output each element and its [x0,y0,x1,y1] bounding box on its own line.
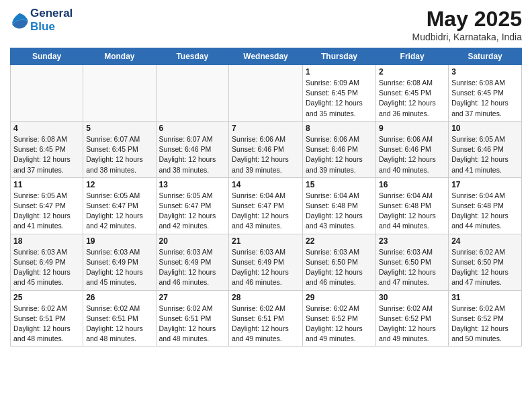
day-number: 14 [232,180,300,189]
table-row: 4Sunrise: 6:08 AM Sunset: 6:45 PM Daylig… [11,121,83,177]
day-info: Sunrise: 6:07 AM Sunset: 6:45 PM Dayligh… [86,134,152,175]
day-info: Sunrise: 6:08 AM Sunset: 6:45 PM Dayligh… [13,134,80,175]
day-info: Sunrise: 6:03 AM Sunset: 6:49 PM Dayligh… [232,247,300,288]
day-number: 11 [13,180,80,189]
day-info: Sunrise: 6:08 AM Sunset: 6:45 PM Dayligh… [379,78,445,119]
day-number: 9 [379,124,445,133]
day-number: 30 [379,293,445,302]
table-row: 8Sunrise: 6:06 AM Sunset: 6:46 PM Daylig… [303,121,376,177]
day-number: 24 [451,236,519,246]
day-number: 18 [13,236,80,246]
day-info: Sunrise: 6:02 AM Sunset: 6:52 PM Dayligh… [306,304,373,345]
day-number: 15 [306,180,373,189]
day-info: Sunrise: 6:04 AM Sunset: 6:48 PM Dayligh… [306,191,373,232]
table-row: 3Sunrise: 6:08 AM Sunset: 6:45 PM Daylig… [449,65,522,122]
table-row: 22Sunrise: 6:03 AM Sunset: 6:50 PM Dayli… [303,234,376,290]
day-number: 8 [306,124,373,133]
table-row: 23Sunrise: 6:03 AM Sunset: 6:50 PM Dayli… [376,234,449,290]
header-row: Sunday Monday Tuesday Wednesday Thursday… [11,48,522,65]
col-wednesday: Wednesday [229,48,303,65]
table-row: 14Sunrise: 6:04 AM Sunset: 6:47 PM Dayli… [229,177,303,234]
day-info: Sunrise: 6:02 AM Sunset: 6:52 PM Dayligh… [379,304,445,345]
day-info: Sunrise: 6:03 AM Sunset: 6:49 PM Dayligh… [159,247,226,288]
day-info: Sunrise: 6:05 AM Sunset: 6:46 PM Dayligh… [451,134,519,175]
day-number: 27 [159,293,226,302]
table-row: 5Sunrise: 6:07 AM Sunset: 6:45 PM Daylig… [83,121,156,177]
col-tuesday: Tuesday [156,48,229,65]
day-number: 4 [13,124,80,133]
day-info: Sunrise: 6:02 AM Sunset: 6:51 PM Dayligh… [13,304,80,345]
day-info: Sunrise: 6:03 AM Sunset: 6:50 PM Dayligh… [306,247,373,288]
day-info: Sunrise: 6:08 AM Sunset: 6:45 PM Dayligh… [451,78,519,119]
table-row: 31Sunrise: 6:02 AM Sunset: 6:52 PM Dayli… [449,290,522,347]
day-number: 28 [232,293,300,302]
table-row: 29Sunrise: 6:02 AM Sunset: 6:52 PM Dayli… [303,290,376,347]
day-info: Sunrise: 6:02 AM Sunset: 6:51 PM Dayligh… [86,304,152,345]
day-info: Sunrise: 6:04 AM Sunset: 6:47 PM Dayligh… [232,191,300,232]
table-row: 20Sunrise: 6:03 AM Sunset: 6:49 PM Dayli… [156,234,229,290]
table-row: 26Sunrise: 6:02 AM Sunset: 6:51 PM Dayli… [83,290,156,347]
table-row: 27Sunrise: 6:02 AM Sunset: 6:51 PM Dayli… [156,290,229,347]
table-row: 12Sunrise: 6:05 AM Sunset: 6:47 PM Dayli… [83,177,156,234]
title-block: May 2025 Mudbidri, Karnataka, India [412,7,522,42]
month-title: May 2025 [412,7,522,32]
day-info: Sunrise: 6:07 AM Sunset: 6:46 PM Dayligh… [159,134,226,175]
table-row: 21Sunrise: 6:03 AM Sunset: 6:49 PM Dayli… [229,234,303,290]
day-number: 13 [159,180,226,189]
logo: General Blue [10,7,73,34]
day-number: 31 [451,293,519,302]
day-info: Sunrise: 6:03 AM Sunset: 6:50 PM Dayligh… [379,247,445,288]
day-number: 12 [86,180,152,189]
day-info: Sunrise: 6:02 AM Sunset: 6:51 PM Dayligh… [232,304,300,345]
calendar-page: General Blue May 2025 Mudbidri, Karnatak… [0,0,532,353]
table-row: 19Sunrise: 6:03 AM Sunset: 6:49 PM Dayli… [83,234,156,290]
day-number: 23 [379,236,445,246]
table-row: 18Sunrise: 6:03 AM Sunset: 6:49 PM Dayli… [11,234,83,290]
day-number: 16 [379,180,445,189]
table-row: 25Sunrise: 6:02 AM Sunset: 6:51 PM Dayli… [11,290,83,347]
table-row: 15Sunrise: 6:04 AM Sunset: 6:48 PM Dayli… [303,177,376,234]
day-number: 17 [451,180,519,189]
table-row: 16Sunrise: 6:04 AM Sunset: 6:48 PM Dayli… [376,177,449,234]
header: General Blue May 2025 Mudbidri, Karnatak… [10,7,522,42]
day-number: 2 [379,67,445,77]
day-info: Sunrise: 6:05 AM Sunset: 6:47 PM Dayligh… [13,191,80,232]
day-number: 1 [306,67,373,77]
day-number: 29 [306,293,373,302]
day-info: Sunrise: 6:04 AM Sunset: 6:48 PM Dayligh… [379,191,445,232]
table-row: 28Sunrise: 6:02 AM Sunset: 6:51 PM Dayli… [229,290,303,347]
day-number: 10 [451,124,519,133]
col-saturday: Saturday [449,48,522,65]
day-number: 5 [86,124,152,133]
calendar-table: Sunday Monday Tuesday Wednesday Thursday… [10,48,522,347]
location: Mudbidri, Karnataka, India [412,32,522,42]
day-info: Sunrise: 6:03 AM Sunset: 6:49 PM Dayligh… [13,247,80,288]
day-number: 6 [159,124,226,133]
table-row: 2Sunrise: 6:08 AM Sunset: 6:45 PM Daylig… [376,65,449,122]
day-number: 26 [86,293,152,302]
table-row [83,65,156,122]
table-row: 24Sunrise: 6:02 AM Sunset: 6:50 PM Dayli… [449,234,522,290]
col-friday: Friday [376,48,449,65]
table-row [156,65,229,122]
day-info: Sunrise: 6:02 AM Sunset: 6:50 PM Dayligh… [451,247,519,288]
col-sunday: Sunday [11,48,83,65]
day-number: 21 [232,236,300,246]
day-number: 19 [86,236,152,246]
table-row: 30Sunrise: 6:02 AM Sunset: 6:52 PM Dayli… [376,290,449,347]
col-thursday: Thursday [303,48,376,65]
day-info: Sunrise: 6:06 AM Sunset: 6:46 PM Dayligh… [232,134,300,175]
day-number: 25 [13,293,80,302]
day-info: Sunrise: 6:06 AM Sunset: 6:46 PM Dayligh… [306,134,373,175]
day-number: 3 [451,67,519,77]
day-number: 7 [232,124,300,133]
day-info: Sunrise: 6:02 AM Sunset: 6:52 PM Dayligh… [451,304,519,345]
logo-text: General Blue [30,7,73,34]
day-number: 20 [159,236,226,246]
day-info: Sunrise: 6:03 AM Sunset: 6:49 PM Dayligh… [86,247,152,288]
table-row: 6Sunrise: 6:07 AM Sunset: 6:46 PM Daylig… [156,121,229,177]
table-row: 9Sunrise: 6:06 AM Sunset: 6:46 PM Daylig… [376,121,449,177]
table-row [229,65,303,122]
table-row: 7Sunrise: 6:06 AM Sunset: 6:46 PM Daylig… [229,121,303,177]
day-info: Sunrise: 6:05 AM Sunset: 6:47 PM Dayligh… [159,191,226,232]
